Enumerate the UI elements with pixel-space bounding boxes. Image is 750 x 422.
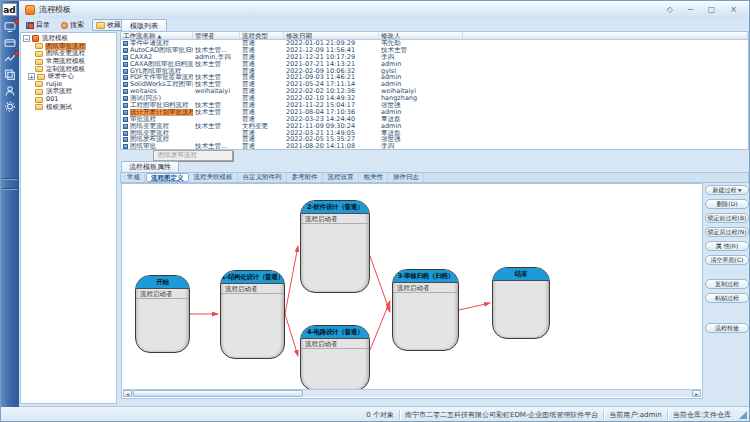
folder-icon [35,104,43,110]
table-row[interactable]: GYL图纸审批流程普通2022-02-09 10:06:32gylsl [121,68,748,75]
flow-node[interactable]: 4-电路设计（普通）流程启动者 [300,325,370,391]
flow-node[interactable]: 结束 [492,267,550,339]
app-icon [25,5,35,15]
action-button[interactable]: 清空界面(C) [705,255,749,265]
folder-icon [37,74,45,80]
column-header[interactable]: 修改人 [379,32,463,39]
desktop-icon[interactable] [4,21,16,32]
scroll-left-icon[interactable]: ◂ [123,390,132,397]
folder-icon [35,43,43,49]
action-button[interactable]: 新建过程 ▼ [705,185,749,195]
app-logo: ad [2,3,17,16]
users-icon[interactable] [4,85,16,96]
table-row[interactable]: 零件申请流程普通2022-01-01 21:09:29韦先勤 [121,40,748,47]
action-button[interactable]: 粘贴过程 [705,293,749,303]
table-row[interactable]: 审批流程普通2022-03-23 14:24:40覃进磊 [121,116,748,123]
projects-icon[interactable] [4,37,16,48]
tab-流程图定义[interactable]: 流程图定义 [146,173,189,182]
workflow-icon [123,75,128,80]
flow-node-title: 开始 [136,276,189,289]
column-header[interactable]: 流程类型 [240,32,284,39]
table-row[interactable]: 图纸变更流程技术主管文档变更2021-11-09 09:30:24admin [121,123,748,130]
close-icon[interactable]: × [730,3,737,17]
workflow-icon [123,96,128,101]
tree-item[interactable]: 演示流程 [23,88,116,96]
workflow-icon [123,69,128,74]
flow-node[interactable]: 1-结构化设计（普通）流程启动者 [220,270,285,359]
notification-badge [14,19,19,24]
modifier-cell: 李四 [379,143,463,150]
directory-icon [26,22,34,29]
object-count: 0 个对象 [366,410,394,420]
tree-panel: − 流程模板 图纸审批流程图纸变更流程常用流程模板定制流程模板+研发中心ruij… [20,32,117,404]
minimize-icon[interactable]: ─ [688,3,693,17]
tab-流程设置[interactable]: 流程设置 [324,173,359,182]
table-row[interactable]: 图纸审批技术主管...普通2021-08-20 14:11:08李四 [121,143,748,150]
toolbar-button-label: 目录 [36,20,50,30]
collapse-icon[interactable]: − [23,35,30,42]
pin-icon[interactable]: ◇ [667,3,673,17]
action-button[interactable]: 锁定前过程(B) [705,213,749,223]
tab-相关性[interactable]: 相关性 [360,173,389,182]
documents-icon[interactable] [4,69,16,80]
flow-canvas[interactable]: 开始流程启动者1-结构化设计（普通）流程启动者2-软件设计（普通）流程启动者4-… [121,183,703,399]
column-header[interactable]: 修改日期 [284,32,379,39]
table-row[interactable]: 图纸发布流程普通2022-02-05 15:35:27张世强 [121,136,748,143]
strip-divider [3,178,17,180]
workflow-icon [123,55,128,60]
tab-参考附件[interactable]: 参考附件 [288,173,323,182]
tree-item[interactable]: +研发中心 [23,73,116,81]
column-header[interactable]: 工作流名称▲ [121,32,193,39]
canvas-horizontal-scrollbar[interactable]: ◂ ▸ [123,389,701,397]
workflow-icon [123,89,128,94]
column-header[interactable]: 管理者 [193,32,240,39]
directory-button[interactable]: 目录 [23,19,53,31]
action-button[interactable]: 复制过程 [705,279,749,289]
flow-node[interactable]: 开始流程启动者 [135,275,190,353]
workflow-icon [123,144,128,149]
action-button[interactable]: 属 性(R) [705,241,749,251]
flow-node-title: 结束 [493,268,549,281]
table-row[interactable]: AutoCAD图纸审批归档流程技术主管...普通2021-12-09 11:56… [121,47,748,54]
manager-cell: weihaitaiyi [193,88,240,95]
favorites-icon [96,22,105,29]
folder-icon [35,81,43,87]
workflow-icon [123,103,128,108]
flow-node[interactable]: 3-审核归档（归档）流程启动者 [392,269,459,351]
table-row[interactable]: CAXA2admin,李四普通2021-12-21 10:17:29李四 [121,54,748,61]
settings-icon[interactable] [4,101,16,112]
tree-item[interactable]: 模板测试 [23,103,116,111]
flow-node[interactable]: 2-软件设计（普通）流程启动者 [300,200,370,293]
sort-asc-icon: ▲ [158,33,162,39]
table-row[interactable]: weitaiesweihaitaiyi普通2022-02-02 10:12:36… [121,88,748,95]
table-row[interactable]: 图纸变更流程普通2022-03-21 11:49:05覃进磊 [121,130,748,137]
table-row[interactable]: PDF文件审批签章流程技术主管普通2021-09-03 11:46:21admi… [121,74,748,81]
tab-流程关联模板[interactable]: 流程关联模板 [190,173,238,182]
status-bar: 0 个对象 南宁市二零二五科技有限公司彩虹EDM-企业图纸管理软件平台 当前用户… [1,406,750,422]
flow-node-initiator: 流程启动者 [136,289,189,299]
action-button[interactable]: 锁定后过程(N) [705,227,749,237]
tab-自定义附件列[interactable]: 自定义附件列 [239,173,287,182]
tab-操作日志[interactable]: 操作日志 [389,173,424,182]
tab-常规[interactable]: 常规 [123,173,145,182]
table-row[interactable]: 测试(同步)普通2022-02-10 14:49:32hangzhang [121,95,748,102]
tree-item-label: 模板测试 [45,104,73,111]
action-button[interactable]: 流程校验 [705,323,749,333]
workflow-icon [123,41,128,46]
table-row[interactable]: 设计开发计划审批流程技术主管普通2021-08-04 17:10:36admin [121,109,748,116]
resize-grip[interactable] [739,411,747,419]
expand-icon[interactable]: + [28,73,35,80]
flow-node-initiator: 流程启动者 [393,283,458,293]
scrollbar-thumb[interactable] [133,390,303,397]
maximize-icon[interactable]: ▢ [708,3,716,17]
workflow-icon [123,62,128,67]
search-button[interactable]: 搜索 [58,19,87,31]
scroll-right-icon[interactable]: ▸ [692,390,701,397]
table-row[interactable]: CAXA图纸审批归档流程技术主管普通2021-07-21 14:13:21adm… [121,61,748,68]
table-row[interactable]: 工程图审批归档流程技术主管普通2021-11-22 15:04:17张世强 [121,102,748,109]
search-icon [61,22,68,29]
workflow-icon [123,131,128,136]
action-button[interactable]: 删除(D) [705,199,749,209]
table-row[interactable]: SolidWorks工程图审批流程技术主管普通2021-05-24 17:11:… [121,81,748,88]
workflow-icon[interactable] [4,53,16,64]
